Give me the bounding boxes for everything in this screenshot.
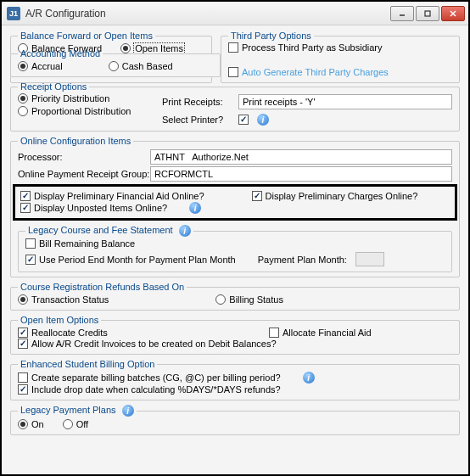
accounting-method-group: Accounting Method Accrual Cash Based bbox=[10, 48, 221, 77]
receipt-group-label: Online Payment Receipt Group: bbox=[18, 169, 150, 179]
group-legend: Legacy Course and Fee Statement i bbox=[25, 225, 193, 237]
highlighted-options: Display Preliminary Financial Aid Online… bbox=[13, 184, 457, 221]
radio-accrual[interactable]: Accrual bbox=[18, 61, 63, 71]
receipt-options-group: Receipt Options Priority Distribution Pr… bbox=[10, 81, 460, 132]
check-display-unposted[interactable]: Display Unposted Items Online? bbox=[20, 203, 167, 213]
group-legend: Open Item Options bbox=[18, 315, 101, 325]
group-legend: Balance Forward or Open Items bbox=[18, 31, 155, 41]
group-legend: Legacy Payment Plans i bbox=[18, 405, 137, 417]
group-legend: Enhanced Student Billing Option bbox=[18, 359, 157, 369]
group-legend: Course Registration Refunds Based On bbox=[18, 282, 187, 292]
print-receipts-input[interactable] bbox=[238, 94, 452, 109]
check-include-drop-date[interactable]: Include drop date when calculating %DAYS… bbox=[18, 384, 281, 395]
check-allocate-financial-aid[interactable]: Allocate Financial Aid bbox=[269, 328, 372, 338]
group-legend: Accounting Method bbox=[18, 48, 103, 59]
legacy-statement-group: Legacy Course and Fee Statement i Bill R… bbox=[18, 225, 452, 272]
enhanced-billing-group: Enhanced Student Billing Option Create s… bbox=[10, 359, 460, 400]
check-select-printer[interactable] bbox=[238, 115, 249, 125]
info-icon[interactable]: i bbox=[303, 372, 315, 384]
check-auto-generate-charges[interactable]: Auto Generate Third Party Charges bbox=[228, 67, 439, 77]
payment-plan-month-label: Payment Plan Month: bbox=[258, 255, 347, 265]
check-bill-remaining[interactable]: Bill Remaining Balance bbox=[25, 238, 431, 249]
info-icon[interactable]: i bbox=[257, 114, 269, 126]
group-legend: Receipt Options bbox=[18, 81, 89, 92]
open-item-options-group: Open Item Options Reallocate Credits All… bbox=[10, 315, 460, 355]
refunds-group: Course Registration Refunds Based On Tra… bbox=[10, 282, 460, 311]
check-allow-credit-invoices[interactable]: Allow A/R Credit Invoices to be created … bbox=[18, 339, 277, 349]
check-reallocate-credits[interactable]: Reallocate Credits bbox=[18, 328, 255, 338]
online-config-group: Online Configuration Items Processor: On… bbox=[10, 136, 460, 277]
select-printer-label: Select Printer? bbox=[162, 115, 233, 125]
group-legend: Third Party Options bbox=[228, 31, 314, 41]
app-icon: J1 bbox=[7, 7, 20, 20]
maximize-button[interactable] bbox=[416, 6, 439, 21]
payment-plan-month-input[interactable] bbox=[355, 252, 384, 266]
radio-cash-based[interactable]: Cash Based bbox=[109, 61, 173, 71]
check-display-prelim-aid[interactable]: Display Preliminary Financial Aid Online… bbox=[20, 191, 204, 201]
group-legend: Online Configuration Items bbox=[18, 136, 133, 146]
processor-input[interactable] bbox=[150, 149, 452, 165]
info-icon[interactable]: i bbox=[122, 405, 134, 417]
window-title: A/R Configuration bbox=[25, 8, 389, 20]
radio-priority-distribution[interactable]: Priority Distribution bbox=[18, 93, 140, 104]
third-party-group: Third Party Options Process Third Party … bbox=[221, 31, 460, 83]
info-icon[interactable]: i bbox=[189, 202, 201, 214]
svg-rect-1 bbox=[425, 11, 430, 16]
receipt-group-input[interactable] bbox=[150, 166, 452, 182]
close-button[interactable] bbox=[441, 6, 465, 21]
radio-transaction-status[interactable]: Transaction Status bbox=[18, 294, 109, 305]
radio-legacy-on[interactable]: On bbox=[18, 419, 44, 429]
minimize-button[interactable] bbox=[390, 6, 414, 21]
radio-billing-status[interactable]: Billing Status bbox=[215, 294, 283, 305]
content-area: Balance Forward or Open Items Balance Fo… bbox=[2, 25, 468, 474]
titlebar: J1 A/R Configuration bbox=[2, 2, 468, 25]
check-display-prelim-charges[interactable]: Display Preliminary Charges Online? bbox=[252, 191, 418, 201]
print-receipts-label: Print Receipts: bbox=[162, 97, 233, 107]
legacy-payment-plans-group: Legacy Payment Plans i On Off bbox=[10, 405, 460, 435]
info-icon[interactable]: i bbox=[179, 225, 191, 237]
radio-proportional-distribution[interactable]: Proportional Distribution bbox=[18, 106, 140, 116]
processor-label: Processor: bbox=[18, 152, 150, 162]
check-use-period-end[interactable]: Use Period End Month for Payment Plan Mo… bbox=[25, 255, 236, 265]
check-process-third-party[interactable]: Process Third Party as Subsidiary bbox=[228, 42, 439, 53]
check-create-batches[interactable]: Create separate billing batches (CG, @C)… bbox=[18, 372, 281, 383]
radio-legacy-off[interactable]: Off bbox=[63, 419, 88, 429]
